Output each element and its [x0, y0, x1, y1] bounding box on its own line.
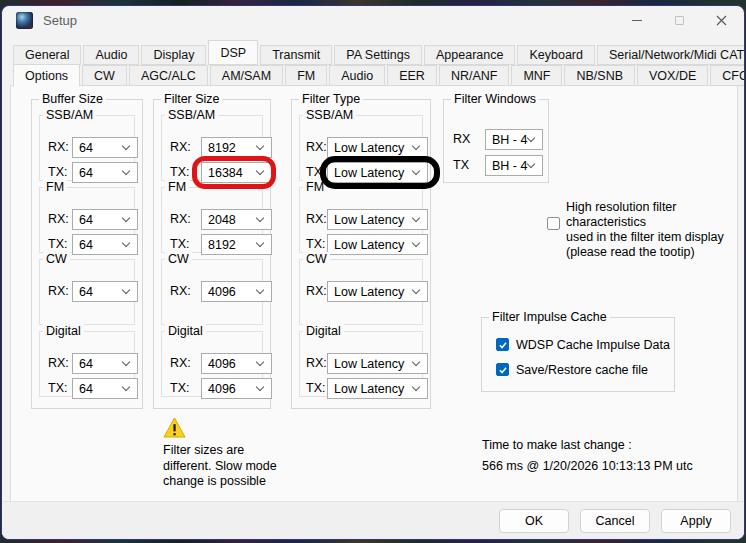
combo-buffer-size-digital-tx[interactable]: 64 [72, 378, 138, 399]
subtab-eer[interactable]: EER [387, 65, 437, 86]
tab-display[interactable]: Display [141, 45, 206, 65]
combo-filter-size-fm-tx[interactable]: 8192 [201, 234, 272, 255]
tab-appearance[interactable]: Appearance [424, 45, 515, 65]
maximize-icon [675, 16, 684, 25]
tab-pa-settings[interactable]: PA Settings [334, 45, 422, 65]
combo-filter-size-digital-rx[interactable]: 4096 [201, 353, 272, 374]
combo-row: RX:64 [40, 353, 134, 374]
rx-label: RX: [170, 284, 191, 298]
chevron-down-icon [122, 383, 130, 391]
combo-value: BH - 4 [486, 133, 527, 147]
combo-filter-size-cw-rx[interactable]: 4096 [201, 281, 272, 302]
combo-buffer-size-ssb-am-tx[interactable]: 64 [72, 162, 138, 183]
section-label: SSB/AM [43, 108, 96, 122]
combo-filter-type-digital-tx[interactable]: Low Latency [327, 378, 428, 399]
cancel-button[interactable]: Cancel [580, 509, 650, 533]
tab-audio[interactable]: Audio [83, 45, 139, 65]
combo-value: 64 [73, 382, 93, 396]
subtab-fm[interactable]: FM [285, 65, 327, 86]
combo-filter-size-ssb-am-tx[interactable]: 16384 [201, 162, 272, 183]
group-buffer-size: Buffer SizeSSB/AMRX:64TX:64FMRX:64TX:64C… [31, 99, 143, 409]
rx-label: RX: [306, 140, 327, 154]
combo-filter-type-ssb-am-rx[interactable]: Low Latency [327, 137, 428, 158]
section-label: CW [165, 252, 192, 266]
section-buffer-size-ssb-am: SSB/AMRX:64TX:64 [39, 115, 135, 181]
combo-buffer-size-fm-tx[interactable]: 64 [72, 234, 138, 255]
group-filter-windows: Filter Windows RX BH - 4 TX BH - 4 [443, 99, 549, 183]
impulse-cache-row: WDSP Cache Impulse Data [496, 337, 670, 352]
checkbox-label: Save/Restore cache file [516, 363, 648, 377]
tx-label: TX: [306, 381, 325, 395]
combo-row: TX:4096 [162, 378, 262, 399]
combo-row: RX:Low Latency [300, 281, 422, 302]
check-icon [498, 340, 508, 350]
section-label: SSB/AM [165, 108, 218, 122]
rx-label: RX: [170, 356, 191, 370]
warning-line-3: change is possible [163, 474, 277, 490]
section-filter-size-ssb-am: SSB/AMRX:8192TX:16384 [161, 115, 263, 181]
minimize-icon [632, 20, 642, 21]
combo-buffer-size-digital-rx[interactable]: 64 [72, 353, 138, 374]
close-button[interactable] [700, 6, 742, 34]
tab-general[interactable]: General [13, 45, 81, 65]
chevron-down-icon [412, 167, 420, 175]
combo-filter-size-digital-tx[interactable]: 4096 [201, 378, 272, 399]
chevron-down-icon [412, 239, 420, 247]
chevron-down-icon [412, 383, 420, 391]
minimize-button[interactable] [616, 6, 658, 34]
tab-transmit[interactable]: Transmit [260, 45, 332, 65]
section-filter-size-cw: CWRX:4096 [161, 259, 263, 325]
combo-row: RX:64 [40, 137, 134, 158]
warning-icon [163, 417, 186, 438]
rx-label: RX [453, 132, 470, 146]
apply-button[interactable]: Apply [661, 509, 731, 533]
wdsp-cache-impulse-data-checkbox[interactable] [496, 338, 509, 351]
combo-filter-type-digital-rx[interactable]: Low Latency [327, 353, 428, 374]
highres-line-1: High resolution filter characteristics [566, 200, 745, 230]
section-buffer-size-cw: CWRX:64 [39, 259, 135, 325]
tab-serial-network-midi-cat[interactable]: Serial/Network/Midi CAT [597, 45, 745, 65]
combo-filter-windows-rx[interactable]: BH - 4 [485, 129, 543, 150]
section-filter-size-digital: DigitalRX:4096TX:4096 [161, 331, 263, 397]
subtab-options[interactable]: Options [13, 64, 80, 87]
combo-value: Low Latency [328, 357, 404, 371]
combo-value: 64 [73, 213, 93, 227]
tx-label: TX: [48, 237, 67, 251]
chevron-down-icon [527, 160, 535, 168]
section-label: FM [43, 180, 67, 194]
tab-keyboard[interactable]: Keyboard [517, 45, 595, 65]
combo-filter-size-ssb-am-rx[interactable]: 8192 [201, 137, 272, 158]
combo-filter-size-fm-rx[interactable]: 2048 [201, 209, 272, 230]
highres-filter-checkbox[interactable] [547, 217, 560, 230]
combo-row: RX:8192 [162, 137, 262, 158]
combo-buffer-size-cw-rx[interactable]: 64 [72, 281, 138, 302]
combo-filter-type-cw-rx[interactable]: Low Latency [327, 281, 428, 302]
subtab-agc-alc[interactable]: AGC/ALC [129, 65, 208, 86]
checkbox-label: WDSP Cache Impulse Data [516, 338, 670, 352]
subtab-nb-snb[interactable]: NB/SNB [564, 65, 635, 86]
warning-message: Filter sizes are different. Slow mode ch… [163, 443, 277, 490]
combo-filter-windows-tx[interactable]: BH - 4 [485, 155, 543, 176]
filter-windows-tx-row: TX BH - 4 [444, 155, 548, 176]
subtab-cfc[interactable]: CFC [710, 65, 745, 86]
tab-dsp[interactable]: DSP [208, 40, 258, 65]
combo-filter-type-fm-rx[interactable]: Low Latency [327, 209, 428, 230]
combo-filter-type-ssb-am-tx[interactable]: Low Latency [327, 162, 428, 183]
section-label: CW [43, 252, 70, 266]
subtab-nr-anf[interactable]: NR/ANF [439, 65, 510, 86]
subtab-cw[interactable]: CW [82, 65, 127, 86]
chevron-down-icon [256, 286, 264, 294]
timing-value: 566 ms @ 1/20/2026 10:13:13 PM utc [482, 459, 693, 473]
combo-row: TX:Low Latency [300, 378, 422, 399]
combo-buffer-size-fm-rx[interactable]: 64 [72, 209, 138, 230]
save-restore-cache-file-checkbox[interactable] [496, 363, 509, 376]
ok-button[interactable]: OK [499, 509, 569, 533]
subtab-vox-de[interactable]: VOX/DE [637, 65, 708, 86]
subtab-am-sam[interactable]: AM/SAM [210, 65, 283, 86]
subtab-audio[interactable]: Audio [329, 65, 385, 86]
chevron-down-icon [256, 142, 264, 150]
combo-filter-type-fm-tx[interactable]: Low Latency [327, 234, 428, 255]
combo-buffer-size-ssb-am-rx[interactable]: 64 [72, 137, 138, 158]
main-tab-bar: GeneralAudioDisplayDSPTransmitPA Setting… [13, 40, 745, 65]
subtab-mnf[interactable]: MNF [511, 65, 562, 86]
